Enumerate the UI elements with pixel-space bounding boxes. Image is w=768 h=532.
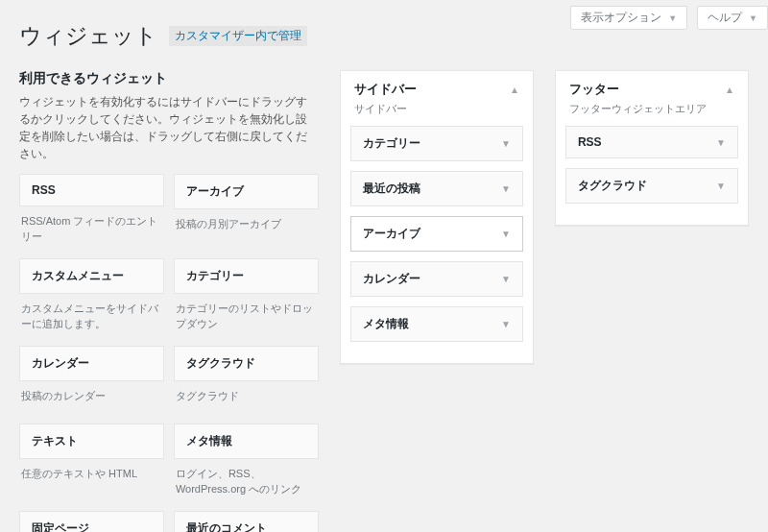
- available-widget-desc: RSS/Atom フィードのエントリー: [19, 206, 164, 254]
- available-widget: メタ情報ログイン、RSS、WordPress.org へのリンク: [174, 423, 319, 507]
- placed-widget-label: 最近の投稿: [363, 181, 420, 197]
- help-label: ヘルプ: [708, 11, 742, 24]
- available-widget-title[interactable]: 最近のコメント: [174, 511, 319, 532]
- widget-area-footer-title: フッター: [569, 81, 619, 98]
- chevron-down-icon: [501, 183, 511, 194]
- placed-widget[interactable]: カテゴリー: [350, 126, 523, 161]
- chevron-down-icon: [501, 229, 511, 239]
- manage-in-customizer-link[interactable]: カスタマイザー内で管理: [169, 26, 307, 46]
- screen-options-tab[interactable]: 表示オプション: [570, 6, 687, 30]
- chevron-down-icon: [716, 181, 726, 191]
- widget-area-sidebar: サイドバー サイドバー カテゴリー最近の投稿アーカイブカレンダーメタ情報: [340, 70, 534, 364]
- available-widget-desc: 任意のテキストや HTML: [19, 459, 164, 497]
- available-widget-title[interactable]: メタ情報: [174, 423, 319, 459]
- chevron-down-icon: [716, 137, 726, 148]
- chevron-down-icon: [501, 138, 511, 149]
- available-widget: テキスト任意のテキストや HTML: [19, 423, 164, 507]
- placed-widget-label: メタ情報: [363, 316, 409, 332]
- available-widget: アーカイブ投稿の月別アーカイブ: [174, 174, 319, 254]
- widget-area-sidebar-title: サイドバー: [354, 81, 417, 98]
- available-widget: カレンダー投稿のカレンダー: [19, 346, 164, 420]
- widget-area-sidebar-toggle[interactable]: サイドバー: [350, 71, 523, 102]
- placed-widget[interactable]: タグクラウド: [565, 168, 738, 204]
- available-widget-title[interactable]: アーカイブ: [174, 174, 319, 209]
- available-widget-desc: タグクラウド: [174, 381, 319, 420]
- widget-area-footer-subtitle: フッターウィジェットエリア: [565, 102, 738, 126]
- chevron-down-icon: [501, 274, 511, 284]
- available-widget-title[interactable]: カスタムメニュー: [19, 258, 164, 294]
- available-widget-desc: ログイン、RSS、WordPress.org へのリンク: [174, 459, 319, 507]
- placed-widget[interactable]: アーカイブ: [350, 216, 523, 252]
- placed-widget-label: カレンダー: [363, 271, 420, 287]
- chevron-down-icon: [501, 319, 511, 329]
- placed-widget[interactable]: 最近の投稿: [350, 171, 523, 206]
- placed-widget[interactable]: RSS: [565, 126, 738, 158]
- available-widget: 最近のコメント直近のコメント: [174, 511, 319, 532]
- available-widgets-description: ウィジェットを有効化するにはサイドバーにドラッグするかクリックしてください。ウィ…: [19, 93, 319, 162]
- available-widget-title[interactable]: タグクラウド: [174, 346, 319, 381]
- available-widget-title[interactable]: カレンダー: [19, 346, 164, 381]
- available-widget: カスタムメニューカスタムメニューをサイドバーに追加します。: [19, 258, 164, 342]
- screen-options-label: 表示オプション: [581, 11, 661, 24]
- available-widget-desc: カスタムメニューをサイドバーに追加します。: [19, 294, 164, 342]
- placed-widget-label: タグクラウド: [578, 178, 647, 194]
- page-title: ウィジェット: [19, 21, 157, 51]
- help-tab[interactable]: ヘルプ: [697, 6, 768, 30]
- widget-area-sidebar-subtitle: サイドバー: [350, 102, 523, 126]
- placed-widget[interactable]: カレンダー: [350, 261, 523, 297]
- available-widget: 固定ページ固定ページ一覧: [19, 511, 164, 532]
- available-widget-desc: 投稿の月別アーカイブ: [174, 209, 319, 248]
- placed-widget-label: RSS: [578, 135, 602, 149]
- available-widget-title[interactable]: テキスト: [19, 423, 164, 459]
- chevron-up-icon: [510, 85, 519, 95]
- available-widget-title[interactable]: 固定ページ: [19, 511, 164, 532]
- chevron-down-icon: [749, 13, 757, 23]
- chevron-up-icon: [725, 85, 734, 95]
- available-widget-desc: カテゴリーのリストやドロップダウン: [174, 294, 319, 342]
- placed-widget-label: カテゴリー: [363, 135, 420, 152]
- available-widget: カテゴリーカテゴリーのリストやドロップダウン: [174, 258, 319, 342]
- available-widget-title[interactable]: RSS: [19, 174, 164, 206]
- placed-widget[interactable]: メタ情報: [350, 306, 523, 342]
- placed-widget-label: アーカイブ: [363, 226, 420, 242]
- available-widgets-heading: 利用できるウィジェット: [19, 70, 319, 87]
- available-widget-title[interactable]: カテゴリー: [174, 258, 319, 294]
- available-widget: RSSRSS/Atom フィードのエントリー: [19, 174, 164, 254]
- available-widget-desc: 投稿のカレンダー: [19, 381, 164, 420]
- chevron-down-icon: [668, 13, 677, 23]
- available-widget: タグクラウドタグクラウド: [174, 346, 319, 420]
- widget-area-footer-toggle[interactable]: フッター: [565, 71, 738, 102]
- widget-area-footer: フッター フッターウィジェットエリア RSSタグクラウド: [555, 70, 749, 226]
